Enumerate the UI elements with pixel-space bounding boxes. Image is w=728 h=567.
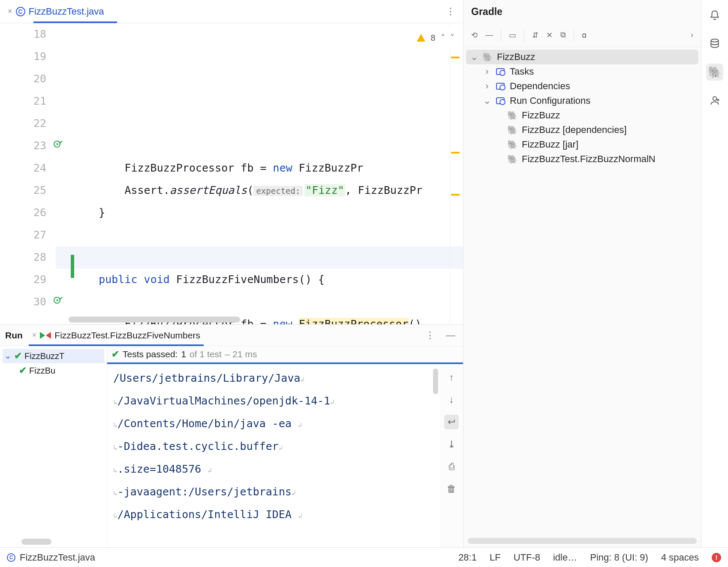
run-tool-window: Run × FizzBuzzTest.FizzBuzzFiveNumbers ⋮… xyxy=(0,324,463,547)
gradle-elephant-icon: 🐘 xyxy=(482,52,493,62)
tests-total-label: of 1 test xyxy=(190,349,222,359)
gradle-run-config-item[interactable]: 🐘FizzBuzz [jar] xyxy=(466,137,698,152)
code-line[interactable]: public void FizzBuzzFiveNumbers() { xyxy=(73,268,463,291)
run-config-icon xyxy=(40,332,51,339)
gradle-tree[interactable]: ⌄ 🐘 FizzBuzz › Tasks › Dependencies ⌄ Ru… xyxy=(463,47,701,547)
line-number[interactable]: 30 xyxy=(0,291,46,313)
forward-icon[interactable]: › xyxy=(691,30,693,39)
collapse-icon[interactable]: ✕ xyxy=(546,30,553,40)
gradle-settings-icon[interactable]: ▭ xyxy=(509,30,516,40)
code-area[interactable]: FizzBuzzProcessor fb = new FizzBuzzPr As… xyxy=(56,23,463,324)
prev-highlight-icon[interactable]: ˄ xyxy=(441,27,445,49)
expand-selection-icon[interactable]: ⇵ xyxy=(532,30,538,40)
console-output[interactable]: /Users/jetbrains/Library/Java↲↳/JavaVirt… xyxy=(107,364,440,547)
minimize-run-icon[interactable]: — xyxy=(443,330,458,341)
clear-icon[interactable]: 🗑 xyxy=(444,482,459,496)
line-number[interactable]: 21 xyxy=(0,90,46,112)
test-tree-scrollbar[interactable] xyxy=(21,539,51,545)
gradle-run-config-item[interactable]: 🐘FizzBuzzTest.FizzBuzzNormalN xyxy=(466,152,698,166)
inspection-widget[interactable]: 8 ˄ ˅ xyxy=(414,27,457,49)
code-with-me-icon[interactable] xyxy=(706,92,723,109)
svg-point-2 xyxy=(711,39,718,42)
ping-status[interactable]: Ping: 8 (UI: 9) xyxy=(590,552,648,563)
console-line: ↳/Applications/IntelliJ IDEA ↲ xyxy=(113,504,434,527)
gradle-runconfigs-node[interactable]: ⌄ Run Configurations xyxy=(466,93,698,108)
line-number[interactable]: 22 xyxy=(0,112,46,135)
code-line[interactable] xyxy=(73,224,463,246)
line-number[interactable]: 20 xyxy=(0,68,46,90)
editor-tabbar: × C FizzBuzzTest.java ⋮ xyxy=(0,0,463,23)
scroll-down-icon[interactable]: ↓ xyxy=(444,392,459,407)
line-number[interactable]: 18 xyxy=(0,23,46,45)
test-tree[interactable]: ⌄ ✔ FizzBuzzT ✔ FizzBu xyxy=(0,346,107,547)
gradle-project-label: FizzBuzz xyxy=(497,51,535,63)
gradle-title: Gradle xyxy=(463,0,701,23)
caret-position[interactable]: 28:1 xyxy=(458,552,477,563)
soft-wrap-icon[interactable]: ↩︎ xyxy=(444,415,459,429)
warning-icon xyxy=(417,34,425,42)
gradle-run-config-label: FizzBuzz [jar] xyxy=(522,139,578,150)
gradle-run-config-label: FizzBuzzTest.FizzBuzzNormalN xyxy=(522,154,656,165)
background-tasks[interactable]: idle… xyxy=(553,552,577,563)
next-highlight-icon[interactable]: ˅ xyxy=(450,27,454,49)
test-tree-root[interactable]: ⌄ ✔ FizzBuzzT xyxy=(3,349,104,363)
scroll-up-icon[interactable]: ↑ xyxy=(444,370,459,385)
gradle-dependencies-node[interactable]: › Dependencies xyxy=(466,79,698,93)
close-run-tab-icon[interactable]: × xyxy=(32,331,37,340)
test-pass-icon: ✔ xyxy=(19,365,27,376)
scroll-to-end-icon[interactable]: ⤓ xyxy=(444,437,459,452)
close-tab-icon[interactable]: × xyxy=(8,7,12,16)
tests-time-label: – 21 ms xyxy=(225,349,257,359)
analyze-icon[interactable]: ɑ xyxy=(582,30,587,40)
line-number[interactable]: 28 xyxy=(0,246,46,268)
gradle-tasks-node[interactable]: › Tasks xyxy=(466,64,698,79)
java-class-icon: C xyxy=(7,553,15,562)
code-line[interactable] xyxy=(73,291,463,313)
line-number[interactable]: 23 xyxy=(0,135,46,157)
gradle-horizontal-scrollbar[interactable] xyxy=(468,538,697,544)
status-filename[interactable]: FizzBuzzTest.java xyxy=(20,552,95,563)
code-line[interactable]: FizzBuzzProcessor fb = new FizzBuzzPr xyxy=(73,157,463,179)
run-more-icon[interactable]: ⋮ xyxy=(423,330,437,341)
line-number[interactable]: 27 xyxy=(0,224,46,246)
vcs-change-marker[interactable] xyxy=(71,255,74,278)
gradle-run-config-item[interactable]: 🐘FizzBuzz xyxy=(466,108,698,123)
run-tab[interactable]: × FizzBuzzTest.FizzBuzzFiveNumbers xyxy=(29,325,204,346)
line-number[interactable]: 24 xyxy=(0,157,46,179)
code-editor[interactable]: 18192021222324252627282930 FizzBuzzProce… xyxy=(0,23,463,324)
database-icon[interactable] xyxy=(706,35,723,52)
gradle-run-config-label: FizzBuzz xyxy=(522,110,560,121)
svg-point-3 xyxy=(713,97,717,100)
folder-icon xyxy=(495,97,505,104)
gradle-run-config-item[interactable]: 🐘FizzBuzz [dependencies] xyxy=(466,123,698,137)
line-number[interactable]: 19 xyxy=(0,45,46,68)
gradle-dependencies-label: Dependencies xyxy=(510,81,570,92)
editor-horizontal-scrollbar[interactable] xyxy=(69,317,240,323)
test-tree-item[interactable]: ✔ FizzBu xyxy=(0,363,107,378)
line-separator[interactable]: LF xyxy=(490,552,501,563)
editor-more-icon[interactable]: ⋮ xyxy=(442,6,460,17)
notifications-icon[interactable] xyxy=(706,7,723,24)
code-line[interactable]: } xyxy=(73,202,463,224)
file-encoding[interactable]: UTF-8 xyxy=(514,552,540,563)
print-icon[interactable]: ⎙ xyxy=(444,459,459,474)
console-toolbar: ↑ ↓ ↩︎ ⤓ ⎙ 🗑 xyxy=(440,364,463,547)
code-line[interactable]: Assert.assertEquals(expected:"Fizz", Fiz… xyxy=(73,179,463,202)
tests-passed-label: Tests passed: xyxy=(123,349,177,359)
run-title: Run xyxy=(5,330,23,341)
console-vertical-scrollbar[interactable] xyxy=(433,368,438,394)
error-indicator-icon[interactable]: ! xyxy=(712,553,721,562)
line-number[interactable]: 25 xyxy=(0,179,46,202)
copy-icon[interactable]: ⧉ xyxy=(560,30,566,39)
line-number[interactable]: 26 xyxy=(0,202,46,224)
refresh-icon[interactable]: ⟲ xyxy=(471,30,478,40)
gradle-toolwindow-icon[interactable]: 🐘 xyxy=(706,63,723,81)
detach-icon[interactable]: — xyxy=(485,30,493,39)
gradle-toolbar: ⟲ — ▭ ⇵ ✕ ⧉ ɑ › xyxy=(463,23,701,47)
test-tree-item-label: FizzBu xyxy=(29,366,55,376)
indent-status[interactable]: 4 spaces xyxy=(661,552,699,563)
gradle-project-node[interactable]: ⌄ 🐘 FizzBuzz xyxy=(466,50,698,64)
line-number[interactable]: 29 xyxy=(0,268,46,291)
editor-tab-fizzbuzztest[interactable]: × C FizzBuzzTest.java xyxy=(3,0,108,23)
test-tree-root-label: FizzBuzzT xyxy=(24,351,64,361)
